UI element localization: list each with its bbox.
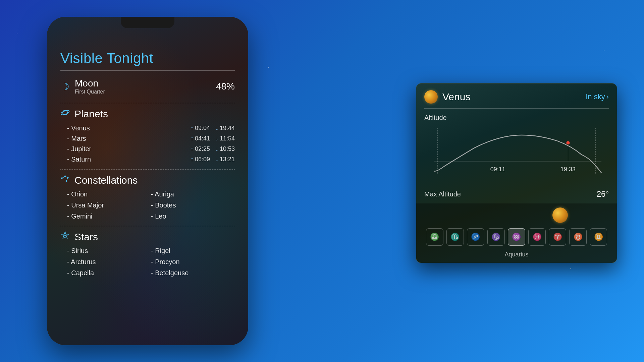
zodiac-icon-strip: ♎ ♏ ♐ ♑ ♒ ♓ ♈ ♉ ♊ xyxy=(424,226,609,248)
star-sirius[interactable]: - Sirius xyxy=(67,246,151,256)
mars-rise: ↑ 04:41 xyxy=(191,135,210,142)
venus-planet-icon xyxy=(424,90,438,104)
app-title: Visible Tonight xyxy=(60,50,235,66)
svg-text:09:11: 09:11 xyxy=(490,166,505,173)
svg-point-9 xyxy=(64,235,66,236)
saturn-rise: ↑ 06:09 xyxy=(191,156,210,163)
zodiac-gemini[interactable]: ♊ xyxy=(590,228,607,246)
moon-percent: 48% xyxy=(216,81,235,92)
zodiac-scorpio[interactable]: ♏ xyxy=(446,228,464,246)
moon-divider xyxy=(60,103,235,103)
star-list: - Sirius - Rigel - Arcturus - Procyon - … xyxy=(60,246,235,278)
set-icon-venus: ↓ xyxy=(215,125,218,132)
constellations-title: Constellations xyxy=(74,175,138,186)
rise-icon-jupiter: ↑ xyxy=(191,145,194,153)
planets-header: Planets xyxy=(60,108,235,120)
zodiac-capricorn[interactable]: ♑ xyxy=(487,228,505,246)
title-divider xyxy=(60,70,235,71)
star-procyon[interactable]: - Procyon xyxy=(151,257,235,267)
jupiter-set: ↓ 10:53 xyxy=(215,145,235,153)
planets-divider xyxy=(60,169,235,170)
altitude-chart: 09:11 19:33 xyxy=(424,124,609,185)
constellation-leo[interactable]: - Leo xyxy=(151,212,235,221)
venus-zodiac-icon xyxy=(552,207,568,223)
venus-header: Venus In sky › xyxy=(416,83,617,108)
planet-list: - Venus ↑ 09:04 ↓ 19:44 - Mars ↑ xyxy=(60,123,235,165)
planet-times-jupiter: ↑ 02:25 ↓ 10:53 xyxy=(191,145,235,153)
max-altitude-value: 26° xyxy=(597,189,609,199)
max-altitude-label: Max Altitude xyxy=(424,190,461,198)
planet-name-mars: - Mars xyxy=(67,135,107,142)
moon-phase: First Quarter xyxy=(75,89,105,95)
zodiac-libra[interactable]: ♎ xyxy=(426,228,443,246)
svg-line-6 xyxy=(62,176,65,178)
constellations-divider xyxy=(60,226,235,226)
venus-left: Venus xyxy=(424,90,470,104)
phone-screen: Visible Tonight ☽ Moon First Quarter 48% xyxy=(47,17,248,345)
constellations-header: Constellations xyxy=(60,174,235,186)
star-rigel[interactable]: - Rigel xyxy=(151,246,235,256)
venus-set: ↓ 19:44 xyxy=(215,125,235,132)
stars-header: Stars xyxy=(60,231,235,243)
constellation-orion[interactable]: - Orion xyxy=(67,189,151,199)
set-icon-saturn: ↓ xyxy=(215,156,218,163)
altitude-label: Altitude xyxy=(416,109,617,124)
venus-name: Venus xyxy=(442,91,470,103)
planet-name-venus: - Venus xyxy=(67,124,107,132)
constellations-icon xyxy=(60,174,70,186)
planets-icon xyxy=(60,108,70,120)
mars-set: ↓ 11:54 xyxy=(215,135,235,142)
moon-info: ☽ Moon First Quarter xyxy=(60,78,105,95)
constellation-list: - Orion - Auriga - Ursa Major - Bootes -… xyxy=(60,189,235,221)
zodiac-aquarius[interactable]: ♒ xyxy=(508,228,525,246)
planet-times-mars: ↑ 04:41 ↓ 11:54 xyxy=(191,135,235,142)
max-altitude-row: Max Altitude 26° xyxy=(416,185,617,203)
planet-name-saturn: - Saturn xyxy=(67,156,107,163)
venus-in-sky-button[interactable]: In sky › xyxy=(586,93,609,101)
star-capella[interactable]: - Capella xyxy=(67,268,151,278)
planet-times-saturn: ↑ 06:09 ↓ 13:21 xyxy=(191,156,235,163)
jupiter-rise: ↑ 02:25 xyxy=(191,145,210,153)
planet-name-jupiter: - Jupiter xyxy=(67,145,107,153)
zodiac-section: ♎ ♏ ♐ ♑ ♒ ♓ ♈ ♉ ♊ Aquarius xyxy=(416,203,617,263)
zodiac-taurus[interactable]: ♉ xyxy=(569,228,587,246)
phone-notch xyxy=(121,17,174,28)
planet-row-jupiter[interactable]: - Jupiter ↑ 02:25 ↓ 10:53 xyxy=(60,144,235,154)
set-icon-mars: ↓ xyxy=(215,135,218,142)
chevron-right-icon: › xyxy=(606,93,609,101)
star-betelgeuse[interactable]: - Betelgeuse xyxy=(151,268,235,278)
planet-times-venus: ↑ 09:04 ↓ 19:44 xyxy=(191,125,235,132)
constellation-ursa-major[interactable]: - Ursa Major xyxy=(67,200,151,210)
moon-row[interactable]: ☽ Moon First Quarter 48% xyxy=(60,75,235,98)
planet-row-mars[interactable]: - Mars ↑ 04:41 ↓ 11:54 xyxy=(60,133,235,144)
venus-rise: ↑ 09:04 xyxy=(191,125,210,132)
rise-icon-saturn: ↑ xyxy=(191,156,194,163)
moon-icon: ☽ xyxy=(60,81,69,93)
rise-icon-venus: ↑ xyxy=(191,125,194,132)
saturn-set: ↓ 13:21 xyxy=(215,156,235,163)
zodiac-pisces[interactable]: ♓ xyxy=(528,228,546,246)
zodiac-aries[interactable]: ♈ xyxy=(549,228,566,246)
venus-card: Venus In sky › Altitude 09:11 19 xyxy=(416,83,617,263)
constellation-bootes[interactable]: - Bootes xyxy=(151,200,235,210)
constellation-auriga[interactable]: - Auriga xyxy=(151,189,235,199)
moon-name: Moon xyxy=(75,78,105,89)
phone-frame: Visible Tonight ☽ Moon First Quarter 48% xyxy=(47,17,248,345)
stars-title: Stars xyxy=(74,231,98,243)
zodiac-sagittarius[interactable]: ♐ xyxy=(467,228,484,246)
planet-row-saturn[interactable]: - Saturn ↑ 06:09 ↓ 13:21 xyxy=(60,154,235,165)
rise-icon-mars: ↑ xyxy=(191,135,194,142)
stars-icon xyxy=(60,231,70,243)
constellation-gemini[interactable]: - Gemini xyxy=(67,212,151,221)
planet-row-venus[interactable]: - Venus ↑ 09:04 ↓ 19:44 xyxy=(60,123,235,133)
phone-content: Visible Tonight ☽ Moon First Quarter 48% xyxy=(47,37,248,345)
zodiac-label: Aquarius xyxy=(424,248,609,263)
planets-title: Planets xyxy=(74,108,108,120)
in-sky-label: In sky xyxy=(586,93,605,101)
svg-text:19:33: 19:33 xyxy=(560,166,576,173)
set-icon-jupiter: ↓ xyxy=(215,145,218,153)
star-arcturus[interactable]: - Arcturus xyxy=(67,257,151,267)
